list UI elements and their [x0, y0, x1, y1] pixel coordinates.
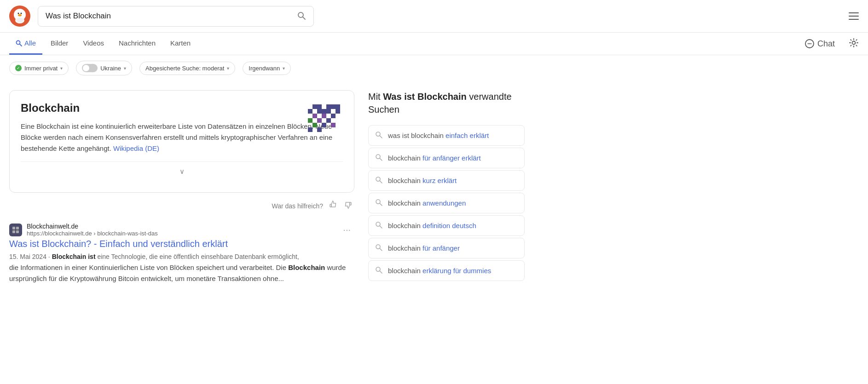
related-search-icon-6: [375, 266, 382, 275]
svg-rect-41: [12, 227, 15, 229]
thumbs-down-button[interactable]: [343, 200, 353, 212]
svg-rect-42: [16, 227, 19, 229]
related-item-3[interactable]: blockchain anwendungen: [368, 193, 525, 213]
region-toggle[interactable]: [82, 64, 98, 72]
tab-nachrichten[interactable]: Nachrichten: [112, 33, 162, 55]
svg-rect-19: [317, 104, 322, 109]
svg-rect-34: [312, 123, 317, 127]
tab-karten-label: Karten: [170, 39, 191, 47]
svg-rect-18: [312, 104, 317, 109]
svg-rect-40: [350, 202, 351, 205]
safe-search-caret: ▾: [227, 66, 229, 71]
region-label: Ukraine: [100, 65, 121, 72]
tab-videos-label: Videos: [83, 39, 104, 47]
blockchain-icon: [285, 100, 345, 138]
nav-tabs: Alle Bilder Videos Nachrichten Karten Ch…: [0, 33, 868, 55]
result-url: https://blockchainwelt.de › blockchain-w…: [27, 230, 158, 237]
svg-line-56: [380, 248, 382, 251]
related-item-5[interactable]: blockchain für anfänger: [368, 238, 525, 258]
helpful-text: War das hilfreich?: [272, 202, 323, 210]
related-item-0[interactable]: was ist blockchain einfach erklärt: [368, 125, 525, 146]
svg-rect-43: [12, 230, 15, 233]
tab-nachrichten-label: Nachrichten: [119, 39, 156, 47]
svg-point-16: [810, 43, 811, 44]
svg-rect-29: [322, 114, 326, 118]
time-filter[interactable]: Irgendwann ▾: [243, 62, 291, 75]
tab-alle[interactable]: Alle: [9, 33, 42, 55]
svg-rect-26: [326, 109, 331, 114]
result-favicon: [9, 224, 22, 236]
search-bar: Was ist Blockchain: [38, 6, 314, 27]
related-text-1: blockchain für anfänger erklärt: [388, 154, 481, 162]
region-filter[interactable]: Ukraine ▾: [76, 61, 132, 75]
related-item-1[interactable]: blockchain für anfänger erklärt: [368, 148, 525, 168]
privacy-label: Immer privat: [24, 65, 58, 72]
duckduckgo-logo[interactable]: [9, 6, 30, 27]
svg-rect-30: [331, 114, 336, 118]
related-text-4: blockchain definition deutsch: [388, 222, 476, 229]
time-caret: ▾: [283, 66, 285, 71]
related-item-4[interactable]: blockchain definition deutsch: [368, 215, 525, 236]
svg-point-5: [21, 13, 22, 14]
svg-line-50: [380, 181, 382, 183]
related-search-icon-2: [375, 176, 382, 185]
svg-rect-36: [331, 123, 336, 127]
safe-search-label: Abgesicherte Suche: moderat: [145, 65, 224, 72]
expand-icon: ∨: [179, 167, 185, 176]
related-search-icon-4: [375, 221, 382, 230]
settings-button[interactable]: [849, 38, 859, 50]
tab-videos[interactable]: Videos: [76, 33, 110, 55]
related-text-0: was ist blockchain einfach erklärt: [388, 132, 489, 139]
svg-rect-39: [330, 204, 331, 207]
svg-line-48: [380, 158, 382, 160]
result-title[interactable]: Was ist Blockchain? - Einfach und verstä…: [9, 239, 354, 249]
svg-point-14: [808, 43, 809, 44]
thumbs-up-button[interactable]: [329, 200, 338, 212]
related-searches-list: was ist blockchain einfach erklärt block…: [368, 125, 525, 281]
region-caret: ▾: [124, 66, 126, 71]
related-text-5: blockchain für anfänger: [388, 244, 460, 252]
tab-bilder-label: Bilder: [51, 39, 68, 47]
helpful-row: War das hilfreich?: [9, 200, 354, 212]
privacy-icon: ✓: [15, 65, 22, 71]
svg-point-8: [16, 18, 23, 23]
expand-button[interactable]: ∨: [21, 161, 343, 181]
tab-karten[interactable]: Karten: [164, 33, 197, 55]
result-date: 15. Mai 2024 · Blockchain ist eine Techn…: [9, 253, 354, 260]
hamburger-menu[interactable]: [849, 12, 859, 20]
safe-search-filter[interactable]: Abgesicherte Suche: moderat ▾: [139, 62, 235, 75]
tab-bilder[interactable]: Bilder: [44, 33, 75, 55]
svg-rect-38: [317, 127, 322, 132]
time-label: Irgendwann: [249, 65, 280, 72]
related-item-2[interactable]: blockchain kurz erklärt: [368, 170, 525, 191]
search-button[interactable]: [297, 11, 306, 22]
svg-point-11: [17, 40, 20, 44]
result-source: Blockchainwelt.de https://blockchainwelt…: [9, 223, 354, 237]
svg-line-58: [380, 271, 382, 273]
svg-point-4: [18, 13, 19, 14]
search-input[interactable]: Was ist Blockchain: [46, 11, 292, 21]
chat-button[interactable]: Chat: [798, 34, 841, 53]
nav-right: Chat: [798, 34, 859, 53]
info-box: Blockchain Eine Blockchain ist eine kont…: [9, 90, 354, 193]
privacy-caret: ▾: [60, 66, 63, 71]
left-column: Blockchain Eine Blockchain ist eine kont…: [9, 90, 354, 295]
svg-rect-32: [317, 118, 322, 123]
svg-rect-37: [308, 127, 312, 132]
svg-point-17: [852, 41, 856, 44]
svg-line-46: [380, 136, 382, 138]
svg-rect-27: [336, 109, 340, 114]
wikipedia-link[interactable]: Wikipedia (DE): [113, 144, 159, 152]
result-more-button[interactable]: ···: [339, 223, 354, 237]
right-column: Mit Was ist Blockchain verwandte Suchen …: [368, 90, 525, 295]
svg-rect-44: [16, 230, 19, 233]
svg-rect-23: [308, 109, 312, 114]
related-text-3: blockchain anwendungen: [388, 199, 466, 207]
related-item-6[interactable]: blockchain erklärung für dummies: [368, 260, 525, 281]
header: Was ist Blockchain: [0, 0, 868, 33]
main-content: Blockchain Eine Blockchain ist eine kont…: [0, 81, 868, 304]
svg-line-12: [20, 44, 22, 46]
svg-rect-35: [322, 123, 326, 127]
related-text-6: blockchain erklärung für dummies: [388, 267, 491, 275]
privacy-filter[interactable]: ✓ Immer privat ▾: [9, 62, 69, 75]
